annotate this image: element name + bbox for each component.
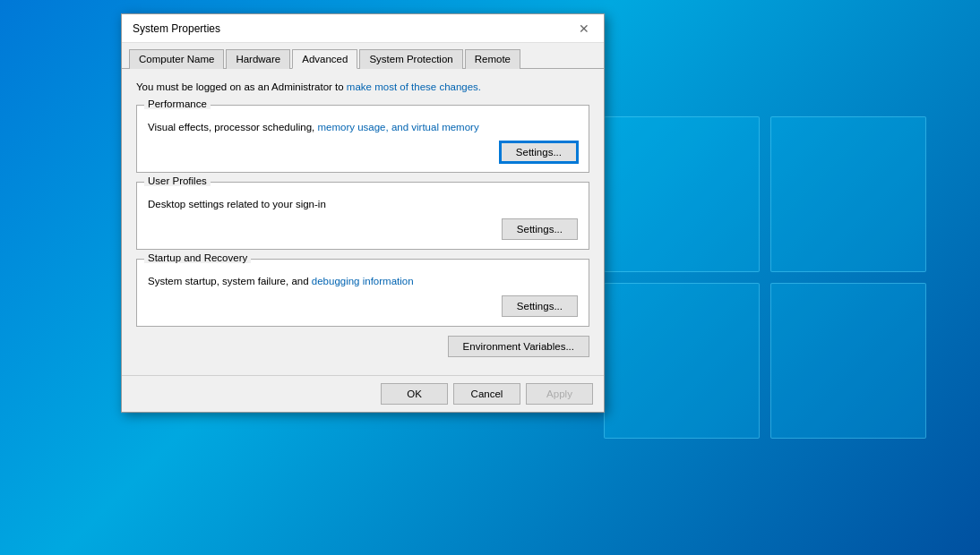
user-profiles-description: Desktop settings related to your sign-in [148, 199, 578, 209]
tab-advanced[interactable]: Advanced [292, 49, 357, 69]
cancel-button[interactable]: Cancel [453, 383, 520, 405]
startup-recovery-legend: Startup and Recovery [144, 252, 251, 263]
startup-recovery-section: Startup and Recovery System startup, sys… [136, 259, 589, 327]
admin-notice: You must be logged on as an Administrato… [136, 80, 589, 94]
tab-hardware[interactable]: Hardware [226, 49, 290, 69]
bottom-button-bar: OK Cancel Apply [122, 375, 604, 412]
startup-recovery-settings-button[interactable]: Settings... [502, 295, 578, 317]
admin-notice-highlight: make most of these changes. [347, 81, 481, 92]
user-profiles-button-row: Settings... [148, 218, 578, 240]
performance-highlight: memory usage, and virtual memory [317, 122, 478, 132]
tab-bar: Computer Name Hardware Advanced System P… [122, 43, 604, 69]
startup-recovery-button-row: Settings... [148, 295, 578, 317]
performance-description: Visual effects, processor scheduling, me… [148, 122, 578, 132]
performance-section-inner: Visual effects, processor scheduling, me… [137, 109, 589, 172]
performance-section: Performance Visual effects, processor sc… [136, 105, 589, 173]
environment-variables-button[interactable]: Environment Variables... [448, 336, 589, 357]
startup-recovery-highlight: debugging information [312, 276, 414, 286]
startup-recovery-description: System startup, system failure, and debu… [148, 276, 578, 286]
dialog-content: You must be logged on as an Administrato… [122, 69, 604, 375]
environment-variables-row: Environment Variables... [136, 336, 589, 357]
tab-remote[interactable]: Remote [465, 49, 520, 69]
tab-computer-name[interactable]: Computer Name [129, 49, 224, 69]
dialog-title: System Properties [133, 22, 220, 35]
performance-button-row: Settings... [148, 141, 578, 163]
dialog-titlebar: System Properties ✕ [122, 14, 604, 43]
performance-legend: Performance [144, 98, 211, 109]
user-profiles-section-inner: Desktop settings related to your sign-in… [137, 186, 589, 249]
logo-tile-top-right [770, 116, 926, 272]
user-profiles-section: User Profiles Desktop settings related t… [136, 182, 589, 250]
close-button[interactable]: ✕ [575, 20, 593, 38]
system-properties-dialog: System Properties ✕ Computer Name Hardwa… [121, 13, 605, 413]
logo-tile-bottom-left [604, 283, 760, 439]
user-profiles-legend: User Profiles [144, 175, 211, 186]
windows-logo [604, 116, 926, 439]
user-profiles-settings-button[interactable]: Settings... [502, 218, 578, 240]
logo-tile-bottom-right [770, 283, 926, 439]
performance-settings-button[interactable]: Settings... [500, 141, 578, 163]
apply-button[interactable]: Apply [526, 383, 593, 405]
logo-tile-top-left [604, 116, 760, 272]
tab-system-protection[interactable]: System Protection [359, 49, 462, 69]
ok-button[interactable]: OK [381, 383, 448, 405]
startup-recovery-section-inner: System startup, system failure, and debu… [137, 263, 589, 326]
